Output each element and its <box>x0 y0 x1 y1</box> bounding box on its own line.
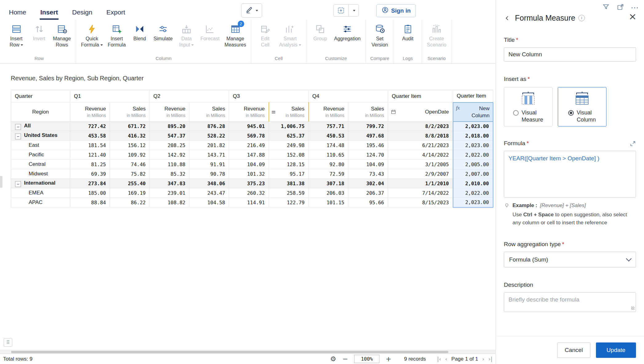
q3-sales-cell[interactable]: 1,006.75 <box>269 122 309 131</box>
table-row[interactable]: −Midwest 69.39 75.82 85.32 90.78 101.32 … <box>11 169 493 179</box>
table-row[interactable]: −International 273.84 255.40 347.83 348.… <box>11 179 493 188</box>
region-cell[interactable]: −International <box>11 179 70 188</box>
ribbon-button-insert-formula[interactable]: InsertFormula <box>105 20 128 48</box>
collapse-icon[interactable]: − <box>15 181 21 187</box>
q4-column-header[interactable]: Q4 <box>309 90 388 102</box>
q4-revenue-header[interactable]: Revenuein Millions <box>309 102 348 122</box>
table-row[interactable]: −APAC 88.84 86.22 108.82 104.58 114.91 1… <box>11 198 493 207</box>
q3-sales-cell[interactable]: 95.17 <box>269 169 309 179</box>
q3-sales-cell[interactable]: 381.38 <box>269 179 309 188</box>
first-page-icon[interactable]: |‹ <box>437 356 441 362</box>
q1-revenue-cell[interactable]: 185.00 <box>70 188 110 198</box>
update-button[interactable]: Update <box>596 342 636 358</box>
opendate-header[interactable]: OpenDate <box>388 102 453 122</box>
q4-revenue-cell[interactable]: 110.65 <box>309 150 348 160</box>
q1-revenue-cell[interactable]: 453.58 <box>70 131 110 141</box>
q2-revenue-cell[interactable]: 142.92 <box>150 150 189 160</box>
q3-sales-cell[interactable]: 258.59 <box>269 188 309 198</box>
table-row[interactable]: −EMEA 185.00 169.19 239.01 243.47 260.32… <box>11 188 493 198</box>
q1-revenue-cell[interactable]: 88.84 <box>70 198 110 207</box>
sign-in-button[interactable]: Sign in <box>376 4 416 17</box>
filter-icon[interactable] <box>602 3 610 12</box>
q4-revenue-cell[interactable]: 450.53 <box>309 131 348 141</box>
q3-revenue-cell[interactable]: 569.78 <box>229 131 269 141</box>
q2-sales-cell[interactable]: 90.78 <box>189 169 229 179</box>
q1-revenue-header[interactable]: Revenuein Millions <box>70 102 110 122</box>
opendate-cell[interactable]: 4/14/2022 <box>388 150 453 160</box>
tab-insert[interactable]: Insert <box>40 9 59 20</box>
q3-revenue-cell[interactable]: 216.49 <box>229 141 269 150</box>
q1-revenue-cell[interactable]: 727.42 <box>70 122 110 131</box>
formula-editor[interactable]: YEAR([Quarter Item > OpenDate] ) <box>504 151 636 198</box>
q2-sales-cell[interactable]: 528.22 <box>189 131 229 141</box>
q1-revenue-cell[interactable]: 69.39 <box>70 169 110 179</box>
ribbon-button-aggregation[interactable]: Aggregation <box>332 20 363 42</box>
quarter-item-column-header[interactable]: Quarter Item <box>388 90 453 102</box>
close-icon[interactable]: × <box>629 12 637 21</box>
back-button[interactable] <box>504 15 511 22</box>
expand-formula-icon[interactable] <box>630 140 636 147</box>
opendate-cell[interactable]: 3/1/2005 <box>388 160 453 169</box>
region-header[interactable]: Region <box>11 102 70 122</box>
q3-sales-cell[interactable]: 128.15 <box>269 160 309 169</box>
q3-revenue-cell[interactable]: 260.32 <box>229 188 269 198</box>
new-column-cell[interactable]: 2,022.00 <box>453 150 493 160</box>
edit-mode-button[interactable] <box>241 3 262 18</box>
q4-sales-header[interactable]: Salesin Millions <box>348 102 388 122</box>
quarter-item-column-header[interactable]: Quarter Item <box>453 90 493 102</box>
add-widget-dropdown[interactable] <box>349 4 359 17</box>
q3-sales-cell[interactable]: 249.98 <box>269 141 309 150</box>
visual-measure-radio[interactable] <box>513 110 519 116</box>
aggregation-select[interactable]: Formula (Sum) <box>504 252 636 267</box>
panel-resize-handle[interactable] <box>0 176 2 188</box>
q2-revenue-cell[interactable]: 110.88 <box>150 160 189 169</box>
q1-sales-cell[interactable]: 671.72 <box>110 122 150 131</box>
q1-sales-cell[interactable]: 75.82 <box>110 169 150 179</box>
q4-revenue-cell[interactable]: 101.15 <box>309 198 348 207</box>
ribbon-button-audit[interactable]: Audit <box>396 20 419 42</box>
region-cell[interactable]: −Midwest <box>11 169 70 179</box>
ribbon-button-manage-rows[interactable]: ManageRows <box>51 20 73 48</box>
table-row[interactable]: −Central 81.25 74.46 110.88 91.91 104.09… <box>11 160 493 169</box>
q4-sales-cell[interactable]: 302.04 <box>348 179 388 188</box>
q4-revenue-cell[interactable]: 92.80 <box>309 160 348 169</box>
visual-column-radio[interactable] <box>568 110 574 116</box>
q4-revenue-cell[interactable]: 206.03 <box>309 188 348 198</box>
q1-revenue-cell[interactable]: 121.40 <box>70 150 110 160</box>
q4-sales-cell[interactable]: 497.68 <box>348 131 388 141</box>
q4-revenue-cell[interactable]: 72.59 <box>309 169 348 179</box>
drag-handle-icon[interactable]: ⠿ <box>4 338 12 347</box>
q1-sales-cell[interactable]: 109.92 <box>110 150 150 160</box>
q2-revenue-cell[interactable]: 85.32 <box>150 169 189 179</box>
table-row[interactable]: −Pacific 121.40 109.92 142.92 143.71 147… <box>11 150 493 160</box>
q4-sales-cell[interactable]: 104.09 <box>348 160 388 169</box>
table-row[interactable]: −East 181.54 156.12 208.25 201.82 216.49… <box>11 141 493 150</box>
opendate-cell[interactable]: 8/15/2023 <box>388 198 453 207</box>
q2-revenue-header[interactable]: Revenuein Millions <box>150 102 189 122</box>
q1-revenue-cell[interactable]: 273.84 <box>70 179 110 188</box>
q2-sales-cell[interactable]: 91.91 <box>189 160 229 169</box>
q1-sales-cell[interactable]: 169.19 <box>110 188 150 198</box>
q1-sales-cell[interactable]: 255.40 <box>110 179 150 188</box>
q1-sales-header[interactable]: Salesin Millions <box>110 102 150 122</box>
ribbon-button-manage-measures[interactable]: 2 ManageMeasures <box>222 20 249 48</box>
region-cell[interactable]: −Pacific <box>11 150 70 160</box>
tab-home[interactable]: Home <box>8 9 27 20</box>
q4-sales-cell[interactable]: 95.66 <box>348 198 388 207</box>
q4-revenue-cell[interactable]: 174.48 <box>309 141 348 150</box>
q4-sales-cell[interactable]: 195.46 <box>348 141 388 150</box>
zoom-in-button[interactable]: + <box>386 355 391 363</box>
q1-sales-cell[interactable]: 74.46 <box>110 160 150 169</box>
zoom-level[interactable]: 100% <box>354 355 379 363</box>
q4-revenue-cell[interactable]: 757.71 <box>309 122 348 131</box>
q3-sales-cell[interactable]: 625.37 <box>269 131 309 141</box>
region-cell[interactable]: −Central <box>11 160 70 169</box>
q1-revenue-cell[interactable]: 81.25 <box>70 160 110 169</box>
ribbon-button-simulate[interactable]: Simulate <box>151 20 175 42</box>
more-options-icon[interactable]: ⋯ <box>631 4 639 11</box>
new-column-cell[interactable]: 2,023.00 <box>453 198 493 207</box>
q2-sales-cell[interactable]: 876.28 <box>189 122 229 131</box>
q1-sales-cell[interactable]: 416.32 <box>110 131 150 141</box>
new-column-cell[interactable]: 2,023.00 <box>453 122 493 131</box>
q3-sales-cell[interactable]: 122.79 <box>269 198 309 207</box>
